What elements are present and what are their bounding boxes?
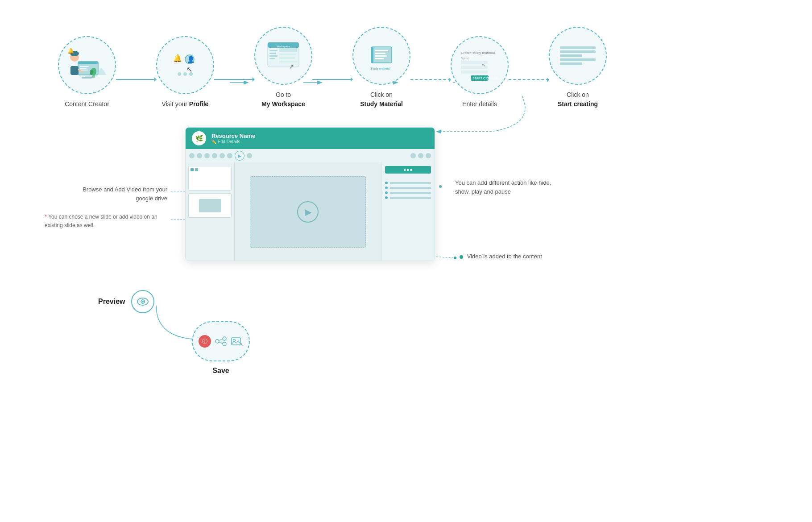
svg-rect-50 (375, 55, 387, 57)
prop-dot-3 (385, 191, 388, 194)
svg-point-31 (178, 72, 181, 76)
svg-text:🔔: 🔔 (173, 54, 182, 62)
arrow-1-2 (116, 79, 156, 80)
step-enter-details: Create study material Name ↖ START CREAT… (451, 36, 509, 109)
svg-rect-39 (269, 58, 275, 59)
step-content-creator: 🔔 Content Creator (58, 36, 116, 109)
svg-text:↖: ↖ (482, 62, 485, 67)
svg-text:👤: 👤 (187, 56, 195, 63)
line-2 (560, 50, 596, 53)
step-6-circle (549, 27, 607, 85)
step-visit-profile: 🔔 👤 ↖ Visit your Profile (156, 36, 214, 109)
prop-dot-4 (385, 196, 388, 199)
profile-inner: 🔔 👤 ↖ (170, 50, 201, 81)
svg-rect-42 (279, 57, 295, 59)
svg-rect-49 (375, 53, 385, 54)
step-1-circle: 🔔 (58, 36, 116, 94)
study-material-icon: Study material (361, 36, 402, 76)
svg-rect-41 (279, 54, 296, 55)
svg-text:Workspace: Workspace (277, 45, 290, 48)
creator-illustration: 🔔 (65, 43, 109, 87)
svg-rect-47 (371, 47, 373, 63)
svg-text:START CREATING: START CREATING (472, 77, 499, 80)
preview-eye-button[interactable] (131, 290, 154, 313)
svg-rect-48 (375, 50, 388, 51)
video-placeholder[interactable]: ▶ (250, 176, 366, 248)
svg-text:Study material: Study material (370, 67, 390, 70)
slide-thumb-2[interactable] (188, 193, 232, 218)
step-2-bold: Profile (189, 100, 209, 108)
svg-point-32 (183, 72, 187, 76)
arrow-4-5 (410, 79, 451, 80)
prop-row-4 (385, 196, 431, 199)
start-inner (555, 42, 600, 70)
svg-rect-15 (80, 66, 89, 67)
toolbar-dot-5 (220, 153, 225, 158)
toolbar-dot-6 (227, 153, 232, 158)
properties-panel: ■ ■ ■ (381, 162, 435, 261)
svg-rect-20 (70, 66, 79, 75)
step-my-workspace: ↗ Workspace Go toMy Workspace (254, 27, 312, 109)
step-3-circle: ↗ Workspace (254, 27, 312, 85)
step-4-bold: Study Material (360, 100, 403, 108)
step-5-circle: Create study material Name ↖ START CREAT… (451, 36, 509, 94)
svg-rect-12 (78, 62, 98, 64)
svg-text:🔔: 🔔 (67, 47, 74, 54)
svg-rect-37 (269, 53, 276, 54)
preview-label: Preview (98, 298, 125, 306)
video-added-annotation: Video is added to the content (460, 252, 558, 261)
toolbar-dot-7 (247, 153, 252, 158)
svg-rect-46 (371, 47, 392, 63)
save-icon-share (215, 336, 227, 347)
save-circle: ⓘ ↖ (192, 321, 250, 361)
slide-icon-2 (195, 168, 198, 171)
toolbar-play-btn[interactable]: ▶ (235, 151, 244, 161)
step-6-label: Click onStart creating (558, 90, 598, 109)
line-1 (560, 46, 596, 49)
step-2-circle: 🔔 👤 ↖ (156, 36, 214, 94)
step-2-label: Visit your Profile (162, 99, 209, 109)
browse-video-annotation: Browse and Add Video from your google dr… (65, 185, 167, 203)
svg-point-63 (142, 301, 144, 302)
video-play-button[interactable]: ▶ (297, 201, 319, 223)
svg-point-64 (215, 340, 219, 343)
toolbar-dot-10 (426, 153, 431, 158)
prop-line-1 (390, 182, 431, 184)
svg-point-24 (90, 70, 93, 75)
save-icon-image: ↖ (231, 336, 243, 347)
properties-btn[interactable]: ■ ■ ■ (385, 166, 431, 174)
app-body: ▶ ■ ■ ■ (186, 162, 435, 261)
svg-rect-51 (375, 58, 384, 59)
svg-rect-69 (232, 338, 240, 345)
svg-text:↖: ↖ (240, 343, 243, 347)
svg-rect-40 (279, 48, 297, 52)
line-5 (560, 62, 582, 65)
svg-point-65 (223, 337, 226, 340)
svg-rect-57 (461, 70, 488, 74)
app-header-info: Resource Name ✏️ Edit Details (211, 133, 255, 144)
step-5-label: Enter details (462, 99, 497, 109)
app-header: 🌿 Resource Name ✏️ Edit Details (186, 128, 435, 149)
step-6-bold: Start creating (558, 100, 598, 108)
svg-text:Create study material: Create study material (461, 51, 495, 55)
svg-point-9 (454, 257, 456, 259)
line-4 (560, 58, 596, 61)
svg-text:↗: ↗ (289, 63, 294, 70)
save-section: ⓘ ↖ Save (192, 321, 250, 375)
svg-point-7 (439, 185, 442, 188)
step-4-label: Click onStudy Material (360, 90, 403, 109)
app-logo: 🌿 (192, 131, 206, 145)
video-added-dot (460, 255, 463, 259)
slide-preview (199, 199, 221, 212)
enter-details-icon: Create study material Name ↖ START CREAT… (457, 45, 502, 85)
slide-thumb-1[interactable] (188, 166, 232, 191)
preview-section: Preview (98, 290, 154, 313)
svg-rect-14 (82, 77, 92, 79)
svg-line-68 (219, 342, 223, 344)
svg-point-66 (223, 342, 226, 346)
workspace-icon: ↗ Workspace (263, 36, 303, 76)
toolbar-dot-3 (204, 153, 210, 158)
svg-point-33 (189, 72, 193, 76)
svg-text:Name: Name (461, 57, 469, 60)
profile-icon: 🔔 👤 ↖ (170, 50, 201, 81)
